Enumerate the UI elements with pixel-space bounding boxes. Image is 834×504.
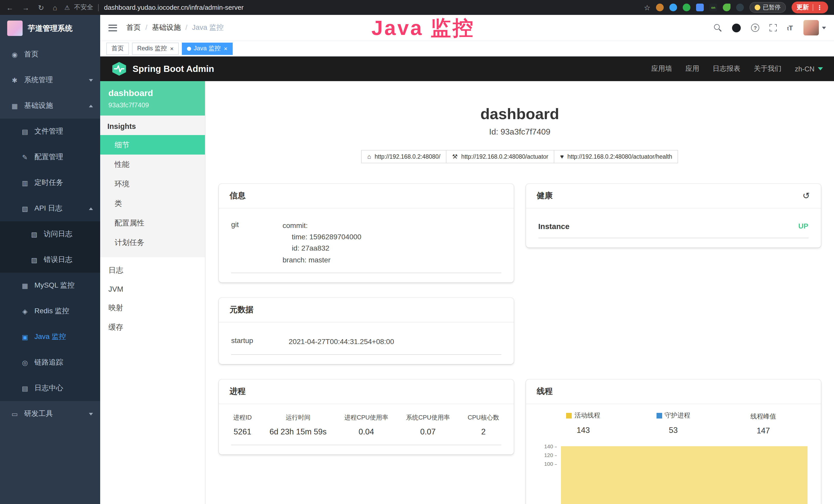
sba-item-classes[interactable]: 类	[100, 193, 205, 213]
endpoint-actuator-link[interactable]: ⚒ http://192.168.0.2:48080/actuator	[446, 150, 554, 163]
legend-swatch-blue	[656, 413, 662, 419]
sidebar-item-trace[interactable]: ◎ 链路追踪	[0, 350, 100, 375]
sba-logo-icon	[111, 62, 127, 76]
sba-item-configprops[interactable]: 配置属性	[100, 213, 205, 233]
sidebar-item-system[interactable]: ✱ 系统管理	[0, 67, 100, 93]
insights-label: Insights	[100, 116, 205, 135]
locale-selector[interactable]: zh-CN	[795, 65, 823, 73]
sidebar-item-label: 日志中心	[35, 384, 63, 393]
sidebar-item-infra[interactable]: ▦ 基础设施	[0, 93, 100, 119]
history-icon[interactable]: ↺	[803, 191, 810, 200]
sidebar-item-devtools[interactable]: ▭ 研发工具	[0, 401, 100, 427]
hamburger-icon[interactable]	[108, 24, 117, 31]
sba-link-applications[interactable]: 应用	[685, 64, 699, 73]
sidebar-item-java-monitor[interactable]: ▣ Java 监控	[0, 324, 100, 350]
extension-leaf-icon[interactable]	[723, 4, 730, 11]
update-button[interactable]: 更新 ⋮	[791, 2, 828, 13]
fullscreen-icon[interactable]	[770, 24, 777, 31]
spacer	[100, 257, 205, 260]
close-icon[interactable]: ×	[224, 45, 227, 52]
security-warning-icon[interactable]: ⚠	[64, 4, 70, 11]
sidebar-item-error-log[interactable]: ▨ 错误日志	[0, 247, 100, 273]
extension-paw-icon[interactable]	[736, 4, 744, 11]
sba-brand[interactable]: Spring Boot Admin	[111, 62, 214, 76]
sidebar-item-api-log[interactable]: ▧ API 日志	[0, 196, 100, 221]
kebab-menu-icon[interactable]: ⋮	[816, 4, 823, 11]
sba-item-environment[interactable]: 环境	[100, 174, 205, 193]
search-icon[interactable]	[714, 24, 722, 31]
extension-monkey-icon[interactable]	[656, 4, 664, 11]
endpoint-health-link[interactable]: ♥ http://192.168.0.2:48080/actuator/heal…	[554, 150, 678, 163]
endpoint-url: http://192.168.0.2:48080/actuator/health	[567, 153, 672, 159]
sba-item-logfile[interactable]: 日志	[100, 260, 205, 280]
browser-actions: ☆ on 已暂停 更新 ⋮	[644, 2, 828, 13]
avatar	[803, 20, 818, 36]
sidebar-item-scheduled-task[interactable]: ▥ 定时任务	[0, 170, 100, 196]
info-card-body: git commit: time: 1596289704000 id: 27aa…	[219, 208, 514, 282]
logo-image	[7, 21, 23, 36]
sidebar-item-home[interactable]: ◉ 首页	[0, 42, 100, 67]
tab-home[interactable]: 首页	[106, 42, 129, 55]
sidebar-item-config-manage[interactable]: ✎ 配置管理	[0, 144, 100, 170]
health-instance-row[interactable]: Instance UP	[539, 215, 809, 238]
sidebar-item-label: Java 监控	[35, 332, 66, 342]
stat-label: 进程ID	[233, 414, 252, 422]
address-bar[interactable]: ⚠ 不安全 dashboard.yudao.iocoder.cn/infra/a…	[64, 3, 636, 12]
sba-item-scheduledtasks[interactable]: 计划任务	[100, 233, 205, 252]
sidebar-item-access-log[interactable]: ▨ 访问日志	[0, 221, 100, 247]
sba-item-caches[interactable]: 缓存	[100, 317, 205, 337]
sba-item-mappings[interactable]: 映射	[100, 298, 205, 317]
sba-item-jvm[interactable]: JVM	[100, 280, 205, 298]
info-card-header: 信息	[219, 184, 514, 208]
legend-live: 活动线程 143	[539, 412, 629, 436]
stat-label: CPU核心数	[468, 414, 499, 422]
extension-drop-icon[interactable]	[670, 4, 677, 11]
locale-label: zh-CN	[795, 65, 814, 73]
sba-link-wallboard[interactable]: 应用墙	[651, 64, 672, 73]
sba-link-journal[interactable]: 日志报表	[712, 64, 740, 73]
extension-green-icon[interactable]	[683, 4, 690, 11]
reload-icon[interactable]: ↻	[38, 3, 44, 12]
back-icon[interactable]: ←	[6, 3, 13, 12]
sidebar-logo[interactable]: 芋道管理系统	[0, 15, 100, 42]
sba-link-about[interactable]: 关于我们	[753, 64, 781, 73]
threads-legend-row: 活动线程 143 守护进程	[539, 412, 809, 436]
extension-grid-icon[interactable]	[696, 4, 704, 11]
user-menu[interactable]	[803, 20, 826, 36]
endpoint-home-link[interactable]: ⌂ http://192.168.0.2:48080/	[361, 150, 446, 163]
tab-java-monitor[interactable]: Java 监控 ×	[182, 42, 233, 55]
stat-system-cpu: 系统CPU使用率 0.07	[406, 414, 450, 437]
url-divider	[98, 4, 99, 11]
threads-card-body: 活动线程 143 守护进程	[526, 404, 821, 504]
sidebar-item-file-manage[interactable]: ▤ 文件管理	[0, 119, 100, 144]
help-icon[interactable]	[751, 24, 759, 32]
stat-uptime: 运行时间 6d 23h 15m 59s	[269, 414, 327, 437]
github-icon[interactable]	[732, 23, 741, 32]
tab-redis-monitor[interactable]: Redis 监控 ×	[132, 42, 179, 55]
close-icon[interactable]: ×	[170, 45, 174, 52]
file-icon: ▤	[21, 128, 29, 135]
font-size-icon[interactable]	[787, 24, 793, 31]
legend-daemon: 守护进程 53	[628, 412, 719, 436]
sidebar-item-redis-monitor[interactable]: ◈ Redis 监控	[0, 298, 100, 324]
forward-icon[interactable]: →	[22, 3, 29, 12]
sba-item-details[interactable]: 细节	[100, 135, 205, 155]
home-icon[interactable]: ⌂	[53, 3, 57, 12]
bookmark-star-icon[interactable]: ☆	[644, 3, 650, 12]
endpoint-url: http://192.168.0.2:48080/	[375, 153, 440, 159]
sidebar-item-log-center[interactable]: ▤ 日志中心	[0, 375, 100, 401]
sba-item-metrics[interactable]: 性能	[100, 155, 205, 174]
breadcrumb-infra[interactable]: 基础设施	[152, 23, 192, 32]
url-text[interactable]: dashboard.yudao.iocoder.cn/infra/admin-s…	[104, 4, 243, 11]
sidebar-item-mysql-monitor[interactable]: ▦ MySQL 监控	[0, 273, 100, 298]
chevron-down-icon	[89, 79, 93, 82]
instance-header[interactable]: dashboard 93a3fc7f7409	[100, 81, 205, 116]
extension-onetab-icon[interactable]: on	[709, 4, 717, 11]
sidebar-item-label: 定时任务	[35, 178, 63, 187]
legend-value: 143	[539, 426, 629, 435]
sidebar-item-label: Redis 监控	[35, 306, 69, 316]
sba-sidebar: dashboard 93a3fc7f7409 Insights 细节 性能 环境…	[100, 81, 205, 504]
profile-paused-badge[interactable]: 已暂停	[749, 2, 786, 13]
active-dot	[187, 46, 191, 51]
breadcrumb-home[interactable]: 首页	[126, 23, 152, 32]
